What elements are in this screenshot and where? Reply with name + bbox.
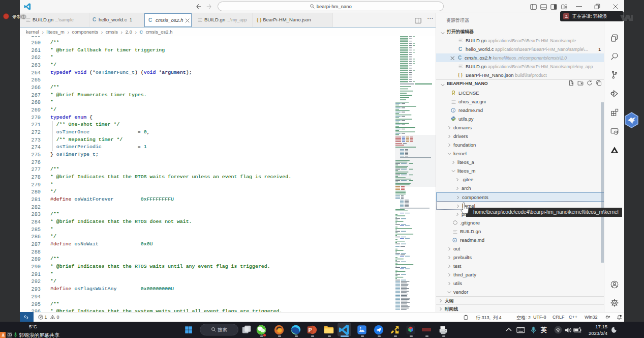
svg-text:P: P xyxy=(309,327,312,333)
